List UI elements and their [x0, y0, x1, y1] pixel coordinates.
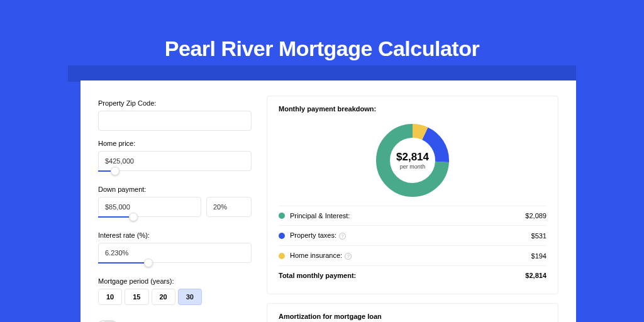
- period-10-button[interactable]: 10: [98, 289, 122, 305]
- amortization-box: Amortization for mortgage loan Amortizat…: [267, 303, 558, 322]
- dot-icon: [279, 233, 285, 239]
- slider-knob[interactable]: [111, 167, 119, 175]
- item-value: $194: [531, 252, 547, 260]
- rate-slider[interactable]: [98, 262, 252, 269]
- total-value: $2,814: [525, 272, 547, 279]
- item-label: Property taxes:?: [290, 231, 531, 240]
- item-value: $531: [531, 232, 547, 240]
- item-value: $2,089: [525, 212, 547, 219]
- slider-knob[interactable]: [144, 258, 153, 267]
- breakdown-box: Monthly payment breakdown: $2,814 per mo…: [267, 96, 558, 294]
- zip-input[interactable]: [98, 111, 252, 131]
- down-input[interactable]: [98, 197, 201, 217]
- breakdown-item-taxes: Property taxes:? $531: [279, 225, 547, 245]
- breakdown-item-insurance: Home insurance:? $194: [279, 245, 547, 265]
- item-label: Principal & Interest:: [290, 212, 525, 219]
- period-buttons: 10 15 20 30: [98, 289, 252, 305]
- info-icon[interactable]: ?: [345, 253, 352, 260]
- breakdown-title: Monthly payment breakdown:: [279, 105, 547, 113]
- total-label: Total monthly payment:: [279, 272, 525, 279]
- amortization-title: Amortization for mortgage loan: [279, 313, 547, 320]
- breakdown-item-principal: Principal & Interest: $2,089: [279, 206, 547, 225]
- info-icon[interactable]: ?: [339, 233, 346, 240]
- results-column: Monthly payment breakdown: $2,814 per mo…: [267, 96, 558, 322]
- rate-label: Interest rate (%):: [98, 231, 252, 239]
- dot-icon: [279, 213, 285, 219]
- breakdown-total: Total monthly payment: $2,814: [279, 265, 547, 285]
- item-label: Home insurance:?: [290, 252, 531, 260]
- donut-value: $2,814: [396, 151, 429, 164]
- price-slider[interactable]: [98, 170, 252, 177]
- period-label: Mortgage period (years):: [98, 277, 252, 285]
- rate-input[interactable]: [98, 243, 252, 263]
- dot-icon: [279, 253, 285, 259]
- donut-chart: $2,814 per month: [374, 121, 452, 199]
- donut-sub: per month: [400, 164, 426, 170]
- period-15-button[interactable]: 15: [125, 289, 148, 305]
- period-30-button[interactable]: 30: [178, 289, 202, 305]
- price-label: Home price:: [98, 140, 252, 147]
- form-column: Property Zip Code: Home price: Down paym…: [98, 96, 252, 322]
- zip-label: Property Zip Code:: [98, 99, 252, 107]
- page-title: Pearl River Mortgage Calculator: [0, 0, 644, 61]
- period-20-button[interactable]: 20: [152, 289, 175, 305]
- down-pct-input[interactable]: [206, 197, 252, 217]
- down-slider[interactable]: [98, 216, 252, 223]
- header-band: [68, 65, 576, 82]
- down-label: Down payment:: [98, 186, 252, 193]
- price-input[interactable]: [98, 151, 252, 171]
- slider-knob[interactable]: [129, 213, 138, 221]
- calculator-panel: Property Zip Code: Home price: Down paym…: [80, 80, 576, 322]
